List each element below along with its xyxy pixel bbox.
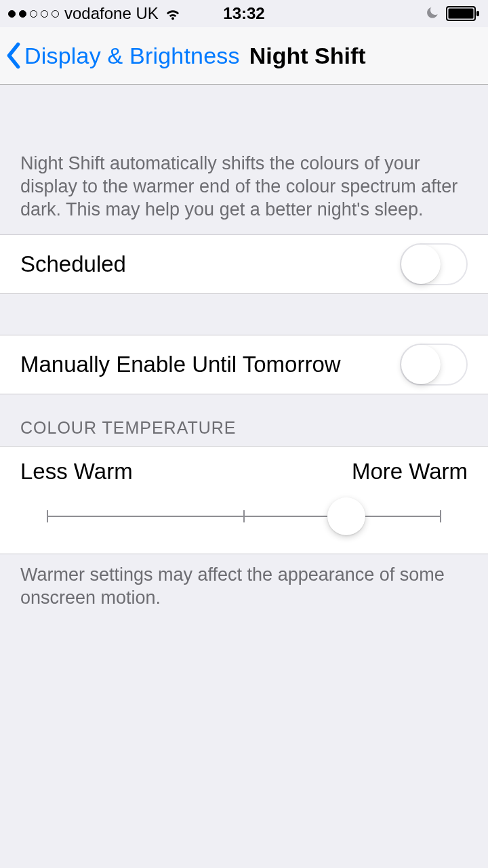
intro-description: Night Shift automatically shifts the col…	[0, 85, 488, 234]
colour-temperature-header: COLOUR TEMPERATURE	[0, 394, 488, 446]
battery-icon	[446, 5, 480, 22]
manual-enable-label: Manually Enable Until Tomorrow	[20, 352, 341, 377]
manual-enable-toggle[interactable]	[400, 344, 468, 386]
manual-enable-row[interactable]: Manually Enable Until Tomorrow	[0, 335, 488, 394]
status-bar: vodafone UK 13:32	[0, 0, 488, 27]
back-label: Display & Brightness	[24, 43, 240, 69]
scheduled-row[interactable]: Scheduled	[0, 234, 488, 294]
status-time: 13:32	[223, 4, 264, 23]
less-warm-label: Less Warm	[20, 459, 133, 484]
colour-temperature-slider[interactable]	[47, 499, 441, 533]
colour-temperature-cell: Less Warm More Warm	[0, 446, 488, 554]
signal-strength-icon	[8, 10, 59, 18]
chevron-left-icon	[5, 42, 22, 69]
svg-rect-1	[449, 9, 474, 19]
svg-rect-2	[476, 11, 479, 16]
nav-bar: Display & Brightness Night Shift	[0, 27, 488, 85]
slider-knob[interactable]	[327, 497, 365, 535]
do-not-disturb-icon	[424, 6, 439, 21]
status-left: vodafone UK	[8, 4, 182, 23]
page-title: Night Shift	[249, 43, 366, 69]
scheduled-label: Scheduled	[20, 251, 126, 277]
status-right	[424, 5, 480, 22]
more-warm-label: More Warm	[352, 459, 468, 484]
scheduled-toggle[interactable]	[400, 243, 468, 285]
carrier-label: vodafone UK	[64, 4, 159, 23]
slider-footer: Warmer settings may affect the appearanc…	[0, 554, 488, 623]
back-button[interactable]: Display & Brightness	[5, 42, 240, 69]
wifi-icon	[164, 5, 182, 22]
